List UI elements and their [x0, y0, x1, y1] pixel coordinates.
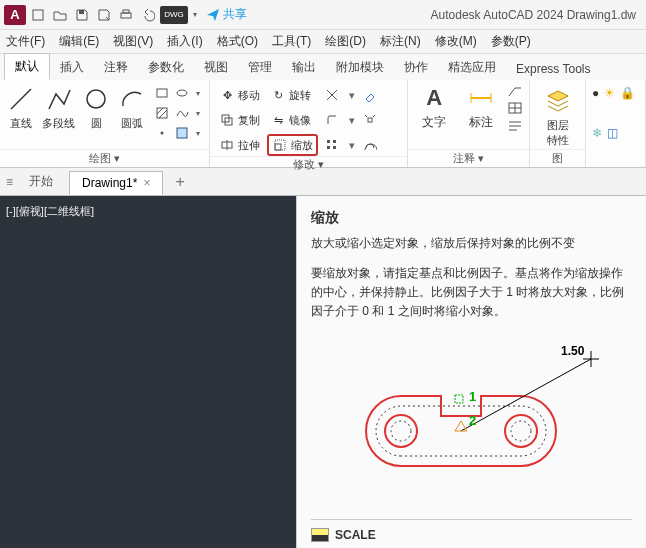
circle-button[interactable]: 圆	[81, 84, 111, 131]
menu-dim[interactable]: 标注(N)	[380, 33, 421, 50]
erase-icon[interactable]	[360, 87, 380, 103]
stretch-button[interactable]: 拉伸	[216, 136, 263, 154]
ribbon-tab-addins[interactable]: 附加模块	[326, 55, 394, 80]
region-icon[interactable]	[173, 124, 191, 142]
draw-dd-icon[interactable]: ▾	[193, 84, 203, 102]
rotate-button[interactable]: ↻旋转	[267, 86, 318, 104]
ribbon-tab-param[interactable]: 参数化	[138, 55, 194, 80]
ribbon-tab-express[interactable]: Express Tools	[506, 58, 600, 80]
mirror-button[interactable]: ⇋镜像	[267, 111, 318, 129]
menu-insert[interactable]: 插入(I)	[167, 33, 202, 50]
stretch-icon	[219, 137, 235, 153]
array-icon[interactable]	[322, 137, 342, 153]
trim-dd[interactable]: ▾	[346, 88, 356, 103]
tab-start[interactable]: 开始	[17, 169, 65, 194]
ribbon-tab-manage[interactable]: 管理	[238, 55, 282, 80]
share-button[interactable]: 共享	[206, 6, 247, 23]
ribbon-tab-default[interactable]: 默认	[4, 53, 50, 80]
text-button[interactable]: A 文字	[414, 84, 455, 131]
ribbon-tab-featured[interactable]: 精选应用	[438, 55, 506, 80]
sun-off-icon[interactable]: ☀	[604, 86, 615, 100]
svg-rect-15	[368, 118, 372, 122]
dim-button[interactable]: 标注	[461, 84, 502, 131]
menu-format[interactable]: 格式(O)	[217, 33, 258, 50]
menu-draw[interactable]: 绘图(D)	[325, 33, 366, 50]
ribbon-tab-output[interactable]: 输出	[282, 55, 326, 80]
panel-modify: ✥移动 ↻旋转 ▾ 复制 ⇋镜像 ▾ 拉伸 缩放 ▾ 修改 ▾	[210, 80, 408, 167]
qat-new-icon[interactable]	[28, 5, 48, 25]
tab-close-icon[interactable]: ×	[143, 176, 150, 190]
leader-icon[interactable]	[507, 84, 523, 98]
dwg-icon[interactable]: DWG	[160, 6, 188, 24]
explode-icon[interactable]	[360, 112, 380, 128]
tab-drawing-label: Drawing1*	[82, 176, 137, 190]
table-icon[interactable]	[507, 101, 523, 115]
menu-param[interactable]: 参数(P)	[491, 33, 531, 50]
polyline-button[interactable]: 多段线	[42, 84, 75, 131]
qat-dropdown-icon[interactable]: ▾	[190, 5, 200, 25]
ribbon-tab-view[interactable]: 视图	[194, 55, 238, 80]
match-icon[interactable]: ◫	[607, 126, 618, 140]
draw-dd3-icon[interactable]: ▾	[193, 124, 203, 142]
menu-modify[interactable]: 修改(M)	[435, 33, 477, 50]
draw-flyout-grid: ▾ ▾ ▾	[153, 84, 211, 142]
point-icon[interactable]	[153, 124, 171, 142]
menu-file[interactable]: 文件(F)	[6, 33, 45, 50]
mirror-label: 镜像	[289, 113, 311, 128]
spline-icon[interactable]	[173, 104, 191, 122]
qat-undo-icon[interactable]	[138, 5, 158, 25]
menu-view[interactable]: 视图(V)	[113, 33, 153, 50]
fillet-icon[interactable]	[322, 112, 342, 128]
fillet-dd[interactable]: ▾	[346, 113, 356, 128]
scale-button[interactable]: 缩放	[267, 134, 318, 156]
ribbon-tab-insert[interactable]: 插入	[50, 55, 94, 80]
copy-button[interactable]: 复制	[216, 111, 263, 129]
qat-save-icon[interactable]	[72, 5, 92, 25]
qat-open-icon[interactable]	[50, 5, 70, 25]
sun-on-icon[interactable]: ●	[592, 86, 599, 100]
qat-print-icon[interactable]	[116, 5, 136, 25]
polyline-label: 多段线	[42, 116, 75, 131]
move-button[interactable]: ✥移动	[216, 86, 263, 104]
panel-anno-title[interactable]: 注释 ▾	[408, 149, 529, 167]
hatch-icon[interactable]	[153, 104, 171, 122]
text-label: 文字	[422, 114, 446, 131]
freeze-icon[interactable]: ❄	[592, 126, 602, 140]
draw-dd2-icon[interactable]: ▾	[193, 104, 203, 122]
array-dd[interactable]: ▾	[346, 138, 356, 153]
svg-rect-21	[275, 140, 285, 150]
ellipse-icon[interactable]	[173, 84, 191, 102]
tab-drawing[interactable]: Drawing1*×	[69, 171, 163, 195]
offset-icon[interactable]	[360, 137, 380, 153]
model-space[interactable]: [-][俯视][二维线框]	[0, 196, 296, 548]
ribbon-tab-collab[interactable]: 协作	[394, 55, 438, 80]
layer-props-button[interactable]: 图层 特性	[540, 86, 576, 148]
tab-new-button[interactable]: +	[167, 173, 192, 191]
svg-point-11	[161, 132, 164, 135]
trim-icon[interactable]	[322, 87, 342, 103]
panel-draw-title[interactable]: 绘图 ▾	[0, 149, 209, 167]
menu-tools[interactable]: 工具(T)	[272, 33, 311, 50]
line-button[interactable]: 直线	[6, 84, 36, 131]
svg-point-5	[87, 90, 105, 108]
arc-button[interactable]: 圆弧	[117, 84, 147, 131]
mtext-icon[interactable]	[507, 118, 523, 132]
circle-label: 圆	[91, 116, 102, 131]
file-tabs-menu-icon[interactable]: ≡	[6, 175, 13, 189]
svg-text:2: 2	[469, 413, 476, 428]
layer-label: 图层 特性	[547, 118, 569, 148]
svg-line-16	[365, 115, 367, 117]
svg-point-38	[511, 421, 531, 441]
ribbon-tab-annotate[interactable]: 注释	[94, 55, 138, 80]
stretch-label: 拉伸	[238, 138, 260, 153]
rect-icon[interactable]	[153, 84, 171, 102]
lock-icon[interactable]: 🔒	[620, 86, 635, 100]
menu-edit[interactable]: 编辑(E)	[59, 33, 99, 50]
svg-rect-22	[327, 140, 330, 143]
qat-saveas-icon[interactable]	[94, 5, 114, 25]
text-icon: A	[420, 84, 448, 112]
command-icon	[311, 528, 329, 542]
view-label[interactable]: [-][俯视][二维线框]	[6, 205, 94, 217]
svg-point-36	[505, 415, 537, 447]
panel-modify-title[interactable]: 修改 ▾	[210, 156, 407, 172]
